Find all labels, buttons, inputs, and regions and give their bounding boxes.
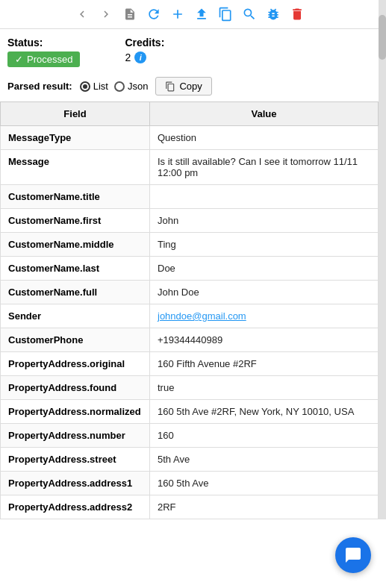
copy-label: Copy bbox=[179, 81, 202, 92]
field-cell: PropertyAddress.original bbox=[1, 352, 150, 376]
data-table: Field Value MessageTypeQuestionMessageIs… bbox=[0, 101, 379, 519]
table-row: MessageTypeQuestion bbox=[1, 126, 379, 150]
field-cell: PropertyAddress.normalized bbox=[1, 400, 150, 424]
credits-value: 2 i bbox=[125, 51, 164, 63]
value-cell bbox=[150, 185, 379, 209]
field-cell: PropertyAddress.address1 bbox=[1, 472, 150, 495]
value-cell: true bbox=[150, 376, 379, 400]
forward-arrow-icon[interactable] bbox=[98, 6, 114, 22]
table-row: CustomerName.fullJohn Doe bbox=[1, 281, 379, 304]
main-content: Status: ✓ Processed Credits: 2 i Parsed … bbox=[0, 0, 379, 519]
field-cell: PropertyAddress.street bbox=[1, 448, 150, 472]
toolbar bbox=[0, 0, 379, 29]
table-row: PropertyAddress.street5th Ave bbox=[1, 448, 379, 472]
radio-group: List Json bbox=[80, 81, 149, 92]
field-cell: CustomerName.last bbox=[1, 257, 150, 281]
field-column-header: Field bbox=[1, 102, 150, 126]
credits-label: Credits: bbox=[125, 37, 164, 49]
table-row: CustomerPhone+19344440989 bbox=[1, 328, 379, 352]
value-cell: 5th Ave bbox=[150, 448, 379, 472]
field-cell: CustomerPhone bbox=[1, 328, 150, 352]
value-cell: 160 Fifth Avenue #2RF bbox=[150, 352, 379, 376]
list-radio-label: List bbox=[93, 81, 108, 92]
field-cell: MessageType bbox=[1, 126, 150, 150]
page-wrapper: Status: ✓ Processed Credits: 2 i Parsed … bbox=[0, 0, 386, 519]
field-cell: Message bbox=[1, 150, 150, 185]
info-icon[interactable]: i bbox=[134, 51, 146, 63]
parsed-result-label: Parsed result: bbox=[7, 81, 72, 92]
value-cell: johndoe@gmail.com bbox=[150, 304, 379, 328]
status-label: Status: bbox=[7, 37, 80, 49]
field-cell: PropertyAddress.number bbox=[1, 424, 150, 448]
table-row: PropertyAddress.foundtrue bbox=[1, 376, 379, 400]
bug-icon[interactable] bbox=[265, 6, 281, 22]
status-row: Status: ✓ Processed Credits: 2 i bbox=[0, 29, 379, 71]
field-cell: PropertyAddress.found bbox=[1, 376, 150, 400]
field-cell: CustomerName.first bbox=[1, 209, 150, 233]
field-cell: CustomerName.title bbox=[1, 185, 150, 209]
value-cell: Ting bbox=[150, 233, 379, 257]
delete-icon[interactable] bbox=[289, 6, 305, 22]
value-cell: 2RF bbox=[150, 495, 379, 519]
back-arrow-icon[interactable] bbox=[74, 6, 90, 22]
status-section: Status: ✓ Processed bbox=[7, 37, 80, 67]
credits-number: 2 bbox=[125, 51, 131, 63]
search-icon[interactable] bbox=[241, 6, 258, 22]
table-container: Field Value MessageTypeQuestionMessageIs… bbox=[0, 101, 379, 519]
table-row: PropertyAddress.address22RF bbox=[1, 495, 379, 519]
copy-button[interactable]: Copy bbox=[155, 77, 211, 96]
status-badge-text: Processed bbox=[27, 54, 72, 65]
table-row: MessageIs it still available? Can I see … bbox=[1, 150, 379, 185]
table-row: PropertyAddress.original160 Fifth Avenue… bbox=[1, 352, 379, 376]
table-row: PropertyAddress.number160 bbox=[1, 424, 379, 448]
chat-button[interactable] bbox=[335, 537, 371, 573]
table-row: PropertyAddress.address1160 5th Ave bbox=[1, 472, 379, 495]
parsed-result-row: Parsed result: List Json Copy bbox=[0, 71, 379, 101]
status-badge: ✓ Processed bbox=[7, 51, 80, 67]
json-radio-label: Json bbox=[128, 81, 148, 92]
value-column-header: Value bbox=[150, 102, 379, 126]
table-row: PropertyAddress.normalized160 5th Ave #2… bbox=[1, 400, 379, 424]
value-cell: 160 5th Ave bbox=[150, 472, 379, 495]
value-cell: +19344440989 bbox=[150, 328, 379, 352]
list-radio-circle bbox=[80, 81, 90, 92]
json-radio-circle bbox=[114, 81, 125, 92]
value-cell: 160 5th Ave #2RF, New York, NY 10010, US… bbox=[150, 400, 379, 424]
json-radio-option[interactable]: Json bbox=[114, 81, 148, 92]
table-row: CustomerName.firstJohn bbox=[1, 209, 379, 233]
value-cell: 160 bbox=[150, 424, 379, 448]
scrollbar-thumb[interactable] bbox=[379, 15, 386, 60]
value-cell: John Doe bbox=[150, 281, 379, 304]
field-cell: CustomerName.full bbox=[1, 281, 150, 304]
list-radio-option[interactable]: List bbox=[80, 81, 108, 92]
link-value[interactable]: johndoe@gmail.com bbox=[158, 310, 246, 322]
table-row: CustomerName.lastDoe bbox=[1, 257, 379, 281]
document-icon[interactable] bbox=[122, 6, 138, 22]
value-cell: Doe bbox=[150, 257, 379, 281]
credits-section: Credits: 2 i bbox=[125, 37, 164, 63]
copy-toolbar-icon[interactable] bbox=[217, 6, 234, 22]
value-cell: John bbox=[150, 209, 379, 233]
table-header-row: Field Value bbox=[1, 102, 379, 126]
refresh-icon[interactable] bbox=[146, 6, 162, 22]
field-cell: CustomerName.middle bbox=[1, 233, 150, 257]
scrollbar[interactable] bbox=[379, 0, 386, 519]
upload-icon[interactable] bbox=[193, 6, 210, 22]
field-cell: Sender bbox=[1, 304, 150, 328]
check-mark: ✓ bbox=[15, 54, 23, 65]
value-cell: Is it still available? Can I see it tomo… bbox=[150, 150, 379, 185]
add-icon[interactable] bbox=[169, 6, 186, 22]
table-row: CustomerName.middleTing bbox=[1, 233, 379, 257]
table-row: CustomerName.title bbox=[1, 185, 379, 209]
field-cell: PropertyAddress.address2 bbox=[1, 495, 150, 519]
table-row: Senderjohndoe@gmail.com bbox=[1, 304, 379, 328]
value-cell: Question bbox=[150, 126, 379, 150]
